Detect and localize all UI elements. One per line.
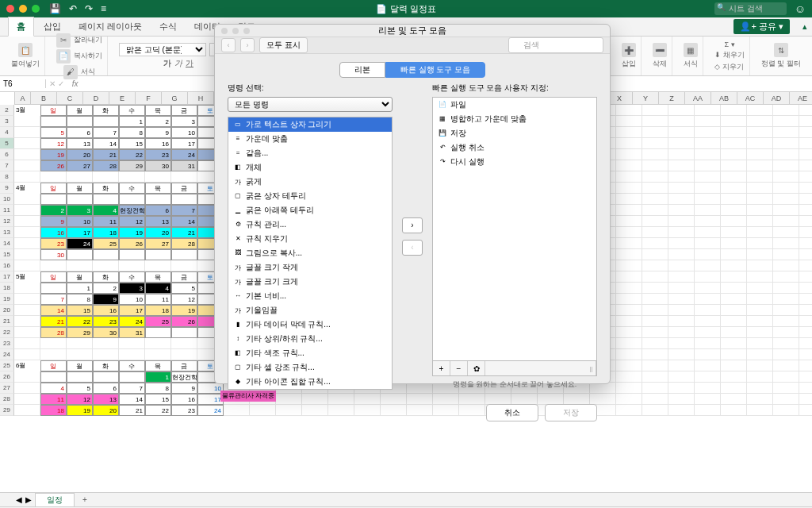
command-item[interactable]: ▢기타 셀 강조 규칙...: [228, 360, 392, 375]
command-item[interactable]: ⚙규칙 관리...: [228, 217, 392, 232]
dialog-close-icon[interactable]: [221, 28, 228, 34]
qat-reorder-handle[interactable]: ||: [587, 361, 596, 375]
qat-remove-icon[interactable]: −: [450, 361, 468, 375]
seg-qat[interactable]: 빠른 실행 도구 모음: [385, 62, 485, 78]
dialog-back[interactable]: ‹: [221, 38, 236, 52]
feedback-icon[interactable]: ☺: [795, 2, 806, 15]
sort-filter-icon[interactable]: ⇅: [774, 43, 788, 57]
dialog-search[interactable]: 검색: [508, 37, 603, 53]
paste-label: 붙여넣기: [11, 59, 40, 69]
dialog-min-icon: [232, 28, 239, 34]
seg-ribbon[interactable]: 리본: [339, 62, 385, 78]
doc-icon: 📄: [376, 4, 387, 14]
quick-access-toolbar: 💾 ↶ ↷ ≡: [49, 3, 106, 14]
qat-item[interactable]: 📄파일: [433, 98, 596, 112]
zoom-window[interactable]: [32, 5, 40, 13]
command-item[interactable]: ✕규칙 지우기: [228, 232, 392, 246]
insert-cells-icon[interactable]: ➕: [622, 43, 636, 57]
name-box[interactable]: T6: [0, 79, 46, 88]
dialog-title: 리본 및 도구 모음: [215, 25, 610, 37]
command-item[interactable]: ▭가로 텍스트 상자 그리기: [228, 117, 392, 132]
add-command-button[interactable]: ›: [402, 217, 423, 233]
paste-icon[interactable]: 📋: [18, 43, 33, 57]
show-all-button[interactable]: 모두 표시: [259, 37, 308, 53]
delete-cells-icon[interactable]: ➖: [653, 43, 667, 57]
font-select[interactable]: 맑은 고딕 (본문): [119, 43, 206, 56]
command-item[interactable]: 🖼그림으로 복사...: [228, 246, 392, 260]
redo-icon[interactable]: ↷: [85, 3, 93, 14]
sheet-nav-prev[interactable]: ▶: [25, 495, 32, 504]
command-item[interactable]: ◧개체: [228, 160, 392, 175]
save-icon[interactable]: 💾: [49, 3, 61, 14]
underline-icon[interactable]: 가: [186, 58, 193, 69]
qat-label: 빠른 실행 도구 모음 사용자 지정:: [432, 83, 597, 94]
fill-icon[interactable]: ⬇: [714, 51, 721, 59]
document-title: 📄 달력 일정표: [376, 3, 436, 15]
qat-settings-icon[interactable]: ✿: [468, 361, 485, 375]
command-item[interactable]: ▁굵은 아래쪽 테두리: [228, 203, 392, 217]
bold-icon[interactable]: 가: [163, 58, 171, 69]
minimize-window[interactable]: [19, 5, 27, 13]
command-item[interactable]: 가글꼴 크기 크게: [228, 275, 392, 289]
fx-icon[interactable]: fx: [67, 79, 83, 88]
cut-icon[interactable]: ✂: [56, 33, 71, 48]
undo-icon[interactable]: ↶: [69, 3, 77, 14]
copy-icon[interactable]: 📄: [56, 49, 71, 64]
command-item[interactable]: ↔기본 너비...: [228, 289, 392, 303]
save-button[interactable]: 저장: [545, 404, 597, 421]
command-item[interactable]: ◆기타 아이콘 집합 규칙...: [228, 375, 392, 389]
dialog-hint: 명령을 원하는 순서대로 끌어 놓으세요.: [432, 379, 597, 390]
commands-list[interactable]: ▭가로 텍스트 상자 그리기≡가운데 맞춤=같음...◧개체가굵게▢굵은 상자 …: [228, 117, 393, 390]
add-sheet[interactable]: +: [78, 495, 92, 505]
share-button[interactable]: 👤+ 공유 ▾: [733, 19, 790, 34]
format-cells-icon[interactable]: ▦: [684, 43, 698, 57]
command-item[interactable]: 가굵게: [228, 175, 392, 189]
dialog-zoom-icon: [243, 28, 250, 34]
command-item[interactable]: ▢굵은 상자 테두리: [228, 189, 392, 203]
qat-item[interactable]: ▦병합하고 가운데 맞춤: [433, 112, 596, 126]
clear-icon[interactable]: ◇: [714, 63, 720, 71]
titlebar: 💾 ↶ ↷ ≡ 📄 달력 일정표 시트 검색 ☺: [0, 0, 812, 17]
sheet-nav-first[interactable]: ◀: [16, 495, 22, 504]
tab-home[interactable]: 홈: [8, 17, 34, 37]
sheet-tabs-bar: ◀ ▶ 일정 +: [0, 492, 812, 506]
qat-customize-icon[interactable]: ≡: [101, 3, 106, 14]
qat-add-icon[interactable]: +: [433, 361, 450, 375]
command-item[interactable]: ◧기타 색조 규칙...: [228, 346, 392, 360]
sheet-search[interactable]: 시트 검색: [714, 2, 787, 15]
close-window[interactable]: [6, 5, 14, 13]
dialog-forward[interactable]: ›: [240, 38, 255, 52]
command-item[interactable]: ≡가운데 맞춤: [228, 132, 392, 146]
qat-item[interactable]: 💾저장: [433, 126, 596, 140]
dialog-segment: 리본 빠른 실행 도구 모음: [215, 62, 610, 78]
qat-item[interactable]: ↷다시 실행: [433, 155, 596, 169]
commands-dropdown[interactable]: 모든 명령: [228, 97, 393, 112]
formatpainter-icon[interactable]: 🖌: [63, 65, 78, 79]
customize-dialog: 리본 및 도구 모음 ‹ › 모두 표시 검색 리본 빠른 실행 도구 모음 명…: [214, 24, 611, 384]
cancel-button[interactable]: 취소: [486, 404, 538, 421]
command-item[interactable]: =같음...: [228, 146, 392, 160]
qat-item[interactable]: ↶실행 취소: [433, 140, 596, 155]
collapse-ribbon-icon[interactable]: ▴: [802, 21, 807, 32]
command-item[interactable]: 가기울임꼴: [228, 303, 392, 318]
command-item[interactable]: ▮기타 데이터 막데 규칙...: [228, 318, 392, 332]
italic-icon[interactable]: 가: [174, 58, 182, 69]
remove-command-button[interactable]: ‹: [402, 240, 423, 256]
sheet-tab[interactable]: 일정: [35, 493, 75, 506]
commands-from-label: 명령 선택:: [228, 83, 393, 94]
tab-formulas[interactable]: 수식: [151, 17, 185, 36]
command-item[interactable]: ↕기타 상위/하위 규칙...: [228, 332, 392, 346]
autosum-icon[interactable]: Σ ▾: [724, 40, 734, 48]
command-item[interactable]: 가글꼴 크기 작게: [228, 260, 392, 275]
qat-list[interactable]: 📄파일▦병합하고 가운데 맞춤💾저장↶실행 취소↷다시 실행: [432, 97, 597, 361]
